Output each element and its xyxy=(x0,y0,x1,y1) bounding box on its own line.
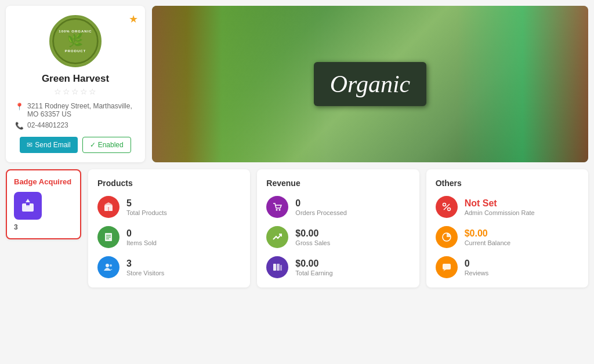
total-earning-value: $0.00 xyxy=(295,258,332,269)
badge-circle: 100% ORGANIC 🌿 PRODUCT xyxy=(52,18,99,64)
badge-number: 3 xyxy=(14,223,73,231)
top-section: ★ 100% ORGANIC 🌿 PRODUCT Green Harvest ☆… xyxy=(6,6,588,162)
chat-icon xyxy=(441,262,452,272)
current-balance-icon xyxy=(436,226,458,248)
store-phone: 02-44801223 xyxy=(27,121,68,129)
profile-card: ★ 100% ORGANIC 🌿 PRODUCT Green Harvest ☆… xyxy=(6,6,145,162)
svg-point-18 xyxy=(443,203,446,206)
gross-sales-row: $0.00 Gross Sales xyxy=(266,226,410,248)
badge-icon-box xyxy=(14,192,42,220)
email-icon: ✉ xyxy=(27,141,32,149)
reviews-icon xyxy=(436,256,458,278)
percent-icon xyxy=(441,202,452,212)
revenue-title: Revenue xyxy=(266,179,410,188)
items-sold-value: 0 xyxy=(126,228,157,239)
items-sold-icon xyxy=(97,226,119,248)
store-banner: Organic xyxy=(152,6,588,162)
enabled-button[interactable]: ✓ Enabled xyxy=(82,137,131,153)
items-sold-info: 0 Items Sold xyxy=(126,228,157,246)
svg-rect-16 xyxy=(277,264,280,271)
store-visitors-info: 3 Store Visitors xyxy=(126,258,164,276)
pie-chart-icon xyxy=(441,232,452,242)
reviews-row: 0 Reviews xyxy=(436,256,579,278)
location-icon: 📍 xyxy=(15,103,24,111)
orders-processed-info: 0 Orders Processed xyxy=(295,198,347,216)
store-address: 3211 Rodney Street, Marthasville, MO 633… xyxy=(27,102,136,118)
badge-bottom-text: PRODUCT xyxy=(65,49,86,53)
total-products-info: 5 Total Products xyxy=(126,198,167,216)
bottom-section: Badge Acquired 3 Products xyxy=(6,169,588,287)
action-buttons: ✉ Send Email ✓ Enabled xyxy=(15,137,136,153)
orders-processed-icon xyxy=(266,196,288,218)
people-icon xyxy=(103,262,114,272)
store-badge: 100% ORGANIC 🌿 PRODUCT xyxy=(49,15,102,67)
profile-info: 📍 3211 Rodney Street, Marthasville, MO 6… xyxy=(15,102,136,130)
total-products-value: 5 xyxy=(126,198,167,209)
svg-point-19 xyxy=(447,208,450,211)
products-column: Products 5 Total Products xyxy=(88,169,250,287)
total-products-label: Total Products xyxy=(126,209,167,216)
reviews-label: Reviews xyxy=(465,270,489,276)
current-balance-value: $0.00 xyxy=(465,228,511,239)
svg-point-12 xyxy=(110,264,112,267)
reviews-value: 0 xyxy=(465,258,489,269)
cart-icon xyxy=(272,202,282,212)
badge-box-icon xyxy=(20,198,36,214)
admin-commission-info: Not Set Admin Commission Rate xyxy=(465,198,535,216)
admin-commission-row: Not Set Admin Commission Rate xyxy=(436,196,579,218)
store-visitors-icon xyxy=(97,256,119,278)
favorite-star-icon[interactable]: ★ xyxy=(129,13,138,26)
store-visitors-row: 3 Store Visitors xyxy=(97,256,241,278)
banner-right-decor xyxy=(457,6,588,162)
badge-acquired-title: Badge Acquired xyxy=(14,177,73,186)
gross-sales-label: Gross Sales xyxy=(295,239,330,246)
stats-area: Products 5 Total Products xyxy=(88,169,588,287)
admin-commission-value: Not Set xyxy=(465,198,535,209)
total-earning-icon xyxy=(266,256,288,278)
revenue-column: Revenue 0 Orders Processed xyxy=(257,169,419,287)
phone-icon: 📞 xyxy=(15,122,24,130)
admin-commission-label: Admin Commission Rate xyxy=(465,209,535,216)
check-icon: ✓ xyxy=(90,141,96,149)
rating-stars[interactable]: ☆☆☆☆☆ xyxy=(15,87,136,96)
total-earning-label: Total Earning xyxy=(295,270,332,276)
admin-commission-icon xyxy=(436,196,458,218)
svg-marker-1 xyxy=(26,199,30,202)
orders-processed-value: 0 xyxy=(295,198,347,209)
total-products-icon xyxy=(97,196,119,218)
address-row: 📍 3211 Rodney Street, Marthasville, MO 6… xyxy=(15,102,136,118)
gross-sales-info: $0.00 Gross Sales xyxy=(295,228,330,246)
send-email-button[interactable]: ✉ Send Email xyxy=(20,137,77,153)
badge-acquired-card: Badge Acquired 3 xyxy=(6,169,81,239)
others-title: Others xyxy=(436,179,579,188)
orders-processed-row: 0 Orders Processed xyxy=(266,196,410,218)
banner-left-decor xyxy=(152,6,327,162)
trending-up-icon xyxy=(272,232,282,242)
products-title: Products xyxy=(97,179,241,188)
svg-line-20 xyxy=(444,204,450,210)
gross-sales-value: $0.00 xyxy=(295,228,330,239)
gross-sales-icon xyxy=(266,226,288,248)
organic-sign: Organic xyxy=(314,62,426,106)
books-icon xyxy=(272,262,282,272)
svg-point-13 xyxy=(276,209,278,211)
box-icon xyxy=(103,202,114,212)
items-sold-row: 0 Items Sold xyxy=(97,226,241,248)
total-products-row: 5 Total Products xyxy=(97,196,241,218)
current-balance-row: $0.00 Current Balance xyxy=(436,226,579,248)
store-name: Green Harvest xyxy=(15,73,136,85)
store-visitors-value: 3 xyxy=(126,258,164,269)
others-column: Others Not Set Admin Commission Rate xyxy=(426,169,588,287)
current-balance-label: Current Balance xyxy=(465,239,511,246)
svg-point-14 xyxy=(279,209,281,211)
current-balance-info: $0.00 Current Balance xyxy=(465,228,511,246)
svg-point-11 xyxy=(106,264,109,267)
svg-rect-22 xyxy=(443,264,451,270)
svg-rect-17 xyxy=(280,265,282,271)
phone-row: 📞 02-44801223 xyxy=(15,121,136,130)
svg-rect-15 xyxy=(273,264,276,271)
receipt-icon xyxy=(103,232,114,242)
store-visitors-label: Store Visitors xyxy=(126,270,164,276)
page-wrapper: ★ 100% ORGANIC 🌿 PRODUCT Green Harvest ☆… xyxy=(0,0,594,293)
reviews-info: 0 Reviews xyxy=(465,258,489,276)
